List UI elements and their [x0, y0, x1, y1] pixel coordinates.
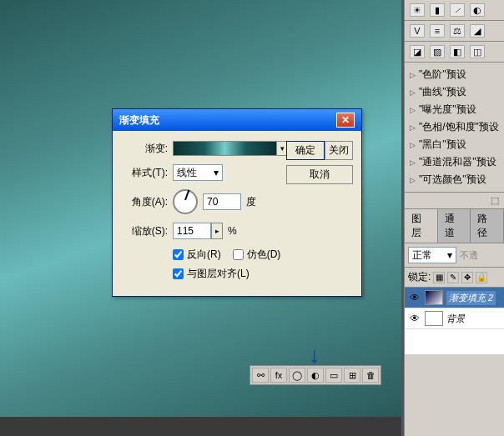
layer-tabs: 图层 通道 路径 — [405, 209, 504, 243]
bw-icon[interactable]: ◢ — [470, 24, 485, 38]
layer-name: 渐变填充 2 — [446, 291, 496, 305]
cancel-button[interactable]: 取消 — [286, 165, 353, 184]
preset-bw[interactable]: ▷"黑白"预设 — [406, 136, 502, 153]
opacity-label: 不透 — [460, 249, 478, 262]
adjustment-icons-row2: V ≡ ⚖ ◢ — [405, 21, 504, 42]
scale-arrow[interactable]: ▸ — [211, 223, 223, 239]
layer-name: 背景 — [446, 313, 465, 325]
angle-label: 角度(A): — [121, 195, 168, 209]
layer-thumbnail[interactable] — [425, 311, 443, 326]
new-layer-icon[interactable]: ⊞ — [344, 368, 360, 383]
hue-icon[interactable]: ≡ — [430, 24, 445, 38]
folder-icon[interactable]: ▭ — [325, 368, 342, 383]
scale-unit: % — [228, 225, 237, 237]
style-value: 线性 — [177, 166, 197, 180]
angle-input[interactable] — [203, 193, 241, 210]
triangle-icon: ▷ — [410, 158, 416, 167]
threshold-icon[interactable]: ◧ — [450, 45, 465, 58]
angle-unit: 度 — [246, 195, 256, 209]
chevron-down-icon: ▾ — [447, 249, 452, 261]
visibility-icon[interactable]: 👁 — [408, 292, 421, 303]
trash-icon[interactable]: 🗑 — [362, 368, 379, 383]
gradient-preview[interactable] — [173, 141, 277, 156]
canvas-border — [0, 417, 401, 436]
blend-mode-select[interactable]: 正常▾ — [408, 247, 456, 263]
preset-levels[interactable]: ▷"色阶"预设 — [406, 66, 502, 83]
brightness-icon[interactable]: ☀ — [410, 3, 425, 17]
resize-icon: ⬚ — [491, 195, 499, 206]
invert-icon[interactable]: ◪ — [410, 45, 425, 58]
fx-icon[interactable]: fx — [270, 368, 287, 383]
gradient-label: 渐变: — [121, 142, 168, 156]
dialog-title: 渐变填充 — [119, 113, 159, 128]
link-icon[interactable]: ⚯ — [252, 368, 269, 383]
layer-thumbnail[interactable] — [425, 290, 443, 305]
preset-exposure[interactable]: ▷"曝光度"预设 — [406, 101, 502, 118]
tab-layers[interactable]: 图层 — [405, 209, 438, 243]
lock-paint-icon[interactable]: ✎ — [447, 272, 459, 283]
triangle-icon: ▷ — [410, 123, 416, 132]
close-icon[interactable]: ✕ — [336, 113, 355, 128]
align-checkbox[interactable]: 与图层对齐(L) — [173, 267, 249, 281]
vibrance-icon[interactable]: V — [410, 24, 425, 38]
layer-item-gradient-fill[interactable]: 👁 渐变填充 2 — [405, 288, 504, 308]
lock-all-icon[interactable]: 🔒 — [476, 272, 487, 283]
adjustment-icons-row1: ☀ ▮ ⟋ ◐ — [405, 0, 504, 21]
preset-hue[interactable]: ▷"色相/饱和度"预设 — [406, 118, 502, 136]
preset-curves[interactable]: ▷"曲线"预设 — [406, 83, 502, 101]
triangle-icon: ▷ — [410, 106, 416, 114]
scale-label: 缩放(S): — [121, 224, 168, 238]
visibility-icon[interactable]: 👁 — [408, 313, 421, 324]
chevron-down-icon: ▾ — [214, 167, 219, 178]
preset-channelmix[interactable]: ▷"通道混和器"预设 — [406, 153, 502, 171]
panel-resize-bar[interactable]: ⬚ — [405, 193, 504, 209]
layer-bottom-toolbar: ⚯ fx ◯ ◐ ▭ ⊞ 🗑 — [249, 365, 381, 385]
posterize-icon[interactable]: ▨ — [430, 45, 445, 58]
reverse-checkbox[interactable]: 反向(R) — [173, 248, 221, 262]
lock-transparent-icon[interactable]: ▦ — [433, 272, 445, 283]
preset-selective[interactable]: ▷"可选颜色"预设 — [406, 171, 502, 188]
dither-checkbox[interactable]: 仿色(D) — [233, 248, 281, 262]
triangle-icon: ▷ — [410, 141, 416, 149]
triangle-icon: ▷ — [410, 176, 416, 184]
layer-lock-row: 锁定: ▦ ✎ ✥ 🔒 — [405, 268, 504, 288]
triangle-icon: ▷ — [410, 88, 416, 97]
triangle-icon: ▷ — [410, 71, 416, 79]
curves-icon[interactable]: ⟋ — [450, 3, 465, 17]
presets-panel: ▷"色阶"预设 ▷"曲线"预设 ▷"曝光度"预设 ▷"色相/饱和度"预设 ▷"黑… — [405, 63, 504, 193]
tab-channels[interactable]: 通道 — [438, 209, 471, 243]
selective-icon[interactable]: ◫ — [470, 45, 485, 58]
style-select[interactable]: 线性 ▾ — [173, 164, 223, 181]
right-panel-area: ☀ ▮ ⟋ ◐ V ≡ ⚖ ◢ ◪ ▨ ◧ ◫ ▷"色阶"预设 ▷"曲线"预设 … — [404, 0, 504, 436]
levels-icon[interactable]: ▮ — [430, 3, 445, 17]
scale-input[interactable] — [173, 223, 211, 239]
gradient-fill-dialog: 渐变填充 ✕ 渐变: ▾ 样式(T): 线性 ▾ 角度(A): 度 缩放(S):… — [112, 108, 362, 297]
layer-options: 正常▾ 不透 — [405, 243, 504, 268]
balance-icon[interactable]: ⚖ — [450, 24, 465, 38]
dialog-titlebar[interactable]: 渐变填充 ✕ — [113, 109, 361, 131]
layer-list: 👁 渐变填充 2 👁 背景 — [405, 288, 504, 354]
tab-paths[interactable]: 路径 — [471, 209, 504, 243]
angle-dial[interactable] — [173, 189, 198, 214]
adjustment-layer-icon[interactable]: ◐ — [307, 368, 324, 383]
lock-move-icon[interactable]: ✥ — [461, 272, 473, 283]
adjustment-icons-row3: ◪ ▨ ◧ ◫ — [405, 42, 504, 63]
exposure-icon[interactable]: ◐ — [470, 3, 485, 17]
close-button[interactable]: 关闭 — [325, 141, 353, 160]
lock-label: 锁定: — [408, 270, 431, 284]
mask-icon[interactable]: ◯ — [289, 368, 305, 383]
style-label: 样式(T): — [121, 166, 168, 180]
ok-button[interactable]: 确定 — [286, 141, 325, 160]
layer-item-background[interactable]: 👁 背景 — [405, 308, 504, 329]
